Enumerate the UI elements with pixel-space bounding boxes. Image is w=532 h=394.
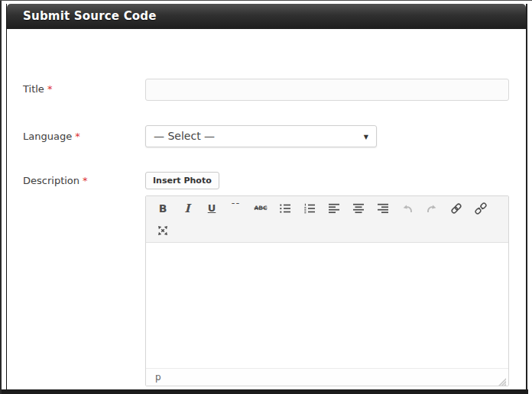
form-body: Title* Language* — Select — ▼ Descriptio…	[7, 29, 526, 394]
element-path: p	[155, 372, 161, 383]
outer-border-left	[0, 1, 2, 394]
blockquote-icon[interactable]: “	[226, 198, 246, 218]
ordered-list-icon[interactable]	[300, 198, 320, 218]
align-right-icon[interactable]	[373, 198, 393, 218]
bold-icon[interactable]: B	[153, 198, 173, 218]
required-asterisk: *	[83, 175, 88, 186]
description-editor: B I U “ ABC	[145, 195, 509, 386]
panel-header: Submit Source Code	[7, 4, 526, 29]
strikethrough-icon[interactable]: ABC	[251, 198, 271, 218]
description-label: Description*	[23, 175, 88, 186]
italic-icon[interactable]: I	[177, 198, 197, 218]
chevron-down-icon: ▼	[364, 126, 368, 148]
required-asterisk: *	[75, 131, 80, 142]
title-input[interactable]	[145, 79, 509, 101]
align-center-icon[interactable]	[349, 198, 368, 218]
title-label: Title*	[23, 83, 52, 95]
language-label: Language*	[23, 131, 80, 142]
screen: Submit Source Code Title* Language* — Se…	[0, 0, 532, 394]
link-icon[interactable]	[446, 198, 466, 218]
editor-status-bar: p	[146, 368, 508, 386]
underline-icon[interactable]: U	[202, 198, 222, 218]
submit-source-code-panel: Submit Source Code Title* Language* — Se…	[6, 4, 527, 394]
undo-icon[interactable]	[397, 198, 417, 218]
required-asterisk: *	[47, 83, 53, 95]
language-selected-value: — Select —	[154, 130, 215, 142]
unlink-icon[interactable]	[471, 198, 491, 218]
language-select[interactable]: — Select — ▼	[145, 125, 377, 147]
redo-icon[interactable]	[422, 198, 442, 218]
panel-title: Submit Source Code	[23, 9, 157, 23]
viewport-bottom-edge	[2, 389, 528, 394]
insert-photo-button[interactable]: Insert Photo	[145, 172, 219, 189]
description-editor-content[interactable]	[146, 243, 508, 368]
unordered-list-icon[interactable]	[275, 198, 295, 218]
fullscreen-icon[interactable]	[153, 220, 173, 241]
resize-grip-icon[interactable]	[498, 375, 507, 384]
outer-border-top	[0, 0, 532, 1]
align-left-icon[interactable]	[324, 198, 344, 218]
editor-toolbar: B I U “ ABC	[146, 196, 508, 243]
